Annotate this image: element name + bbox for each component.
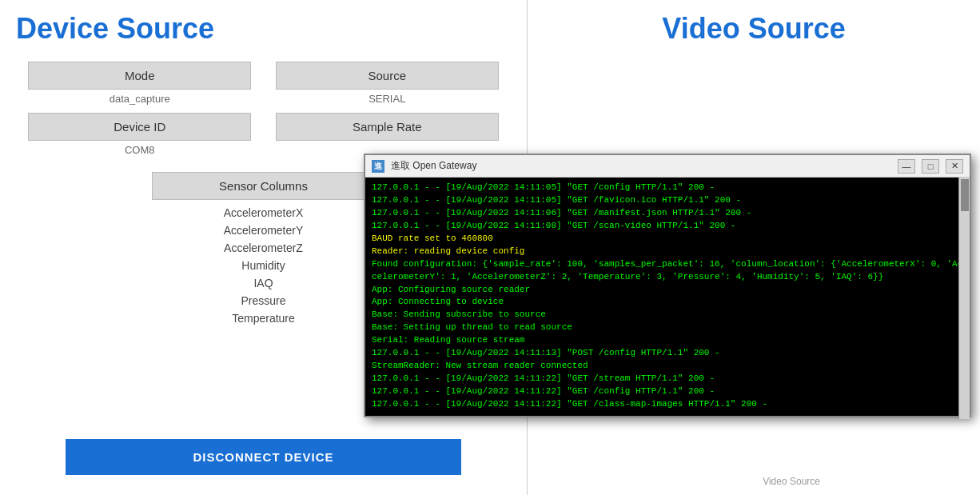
- sensor-columns-label: Sensor Columns: [152, 172, 375, 200]
- sample-rate-field: Sample Rate: [264, 113, 512, 156]
- device-id-value: COM8: [125, 144, 155, 156]
- device-id-label: Device ID: [28, 113, 251, 141]
- log-line: 127.0.0.1 - - [19/Aug/2022 14:11:22] "GE…: [372, 398, 963, 411]
- device-id-row: Device ID COM8 Sample Rate: [16, 113, 511, 156]
- device-source-title: Device Source: [16, 12, 511, 46]
- device-id-field: Device ID COM8: [16, 113, 264, 156]
- log-line: StreamReader: New stream reader connecte…: [372, 360, 963, 373]
- sensor-item: AccelerometerY: [224, 224, 304, 237]
- sample-rate-label: Sample Rate: [276, 113, 499, 141]
- log-line: 127.0.0.1 - - [19/Aug/2022 14:11:13] "PO…: [372, 347, 963, 360]
- log-line: 127.0.0.1 - - [19/Aug/2022 14:11:06] "GE…: [372, 207, 963, 220]
- sensor-item: AccelerometerZ: [224, 242, 303, 254]
- terminal-scroll-thumb[interactable]: [961, 179, 969, 211]
- log-line: App: Configuring source reader: [372, 284, 963, 297]
- log-line: Reader: reading device config: [372, 246, 963, 258]
- log-line: Base: Setting up thread to read source: [372, 321, 963, 334]
- source-label: Source: [276, 62, 499, 90]
- terminal-minimize-button[interactable]: —: [898, 159, 915, 174]
- mode-source-row: Mode data_capture Source SERIAL: [16, 62, 511, 105]
- sensor-item: Temperature: [232, 312, 295, 325]
- sensor-item: Humidity: [241, 259, 285, 272]
- mode-label: Mode: [28, 62, 251, 90]
- terminal-body: 127.0.0.1 - - [19/Aug/2022 14:11:05] "GE…: [365, 178, 970, 416]
- log-line: 127.0.0.1 - - [19/Aug/2022 14:11:08] "GE…: [372, 220, 963, 233]
- video-source-title: Video Source: [662, 12, 845, 46]
- sensor-item: IAQ: [253, 277, 273, 289]
- terminal-title-text: 進取 Open Gateway: [391, 159, 891, 173]
- terminal-window[interactable]: 進 進取 Open Gateway — □ ✕ 127.0.0.1 - - [1…: [364, 154, 971, 417]
- sensor-item: Pressure: [241, 294, 285, 307]
- log-line: 127.0.0.1 - - [19/Aug/2022 14:11:22] "GE…: [372, 373, 963, 385]
- video-source-bottom-label: Video Source: [763, 476, 820, 487]
- log-line: Found configuration: {'sample_rate': 100…: [372, 258, 963, 284]
- log-line: 127.0.0.1 - - [19/Aug/2022 14:11:05] "GE…: [372, 182, 963, 194]
- source-value: SERIAL: [368, 93, 405, 105]
- terminal-scrollbar[interactable]: [958, 178, 970, 419]
- source-field: Source SERIAL: [264, 62, 512, 105]
- log-line: Serial: Reading source stream: [372, 334, 963, 347]
- terminal-close-button[interactable]: ✕: [946, 159, 963, 174]
- log-line: 127.0.0.1 - - [19/Aug/2022 14:11:05] "GE…: [372, 194, 963, 207]
- log-line: BAUD rate set to 460800: [372, 233, 963, 246]
- mode-field: Mode data_capture: [16, 62, 264, 105]
- log-line: App: Connecting to device: [372, 296, 963, 309]
- terminal-app-icon: 進: [372, 160, 384, 173]
- sensor-item: AccelerometerX: [224, 206, 304, 219]
- terminal-maximize-button[interactable]: □: [922, 159, 939, 174]
- log-line: 127.0.0.1 - - [19/Aug/2022 14:11:22] "GE…: [372, 385, 963, 398]
- mode-value: data_capture: [110, 93, 170, 105]
- terminal-titlebar: 進 進取 Open Gateway — □ ✕: [365, 155, 970, 178]
- disconnect-device-button[interactable]: DISCONNECT DEVICE: [66, 439, 461, 475]
- log-line: Base: Sending subscribe to source: [372, 309, 963, 321]
